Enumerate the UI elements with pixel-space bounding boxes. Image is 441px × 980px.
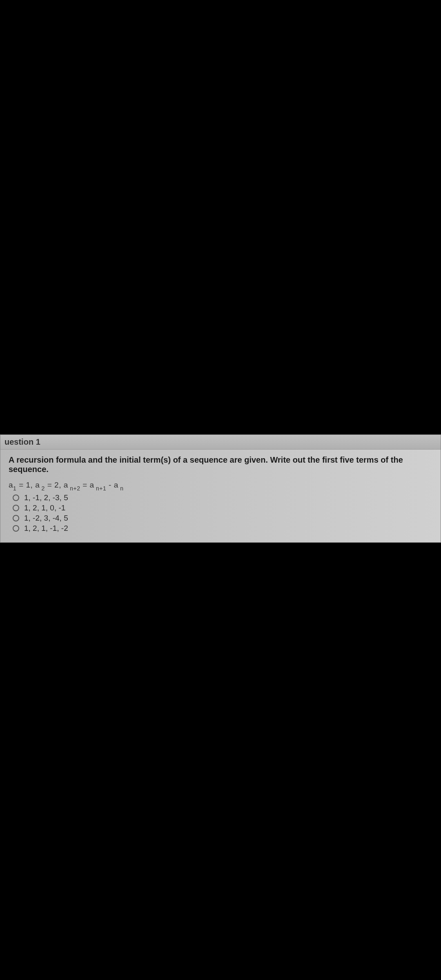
- option-4[interactable]: 1, 2, 1, -1, -2: [13, 524, 432, 533]
- option-2[interactable]: 1, 2, 1, 0, -1: [13, 503, 432, 512]
- question-number: uestion 1: [4, 437, 40, 446]
- question-panel: uestion 1 A recursion formula and the in…: [0, 434, 441, 543]
- option-3[interactable]: 1, -2, 3, -4, 5: [13, 514, 432, 523]
- radio-icon[interactable]: [13, 505, 19, 511]
- recursion-formula: a1 = 1, a 2 = 2, a n+2 = a n+1 - a n: [9, 481, 432, 491]
- radio-icon[interactable]: [13, 515, 19, 521]
- question-prompt: A recursion formula and the initial term…: [9, 455, 432, 474]
- radio-icon[interactable]: [13, 494, 19, 501]
- option-label: 1, 2, 1, 0, -1: [24, 503, 65, 512]
- question-body: A recursion formula and the initial term…: [0, 450, 441, 542]
- option-label: 1, -1, 2, -3, 5: [24, 493, 68, 502]
- options-list: 1, -1, 2, -3, 5 1, 2, 1, 0, -1 1, -2, 3,…: [9, 493, 432, 533]
- option-label: 1, -2, 3, -4, 5: [24, 514, 68, 523]
- question-header: uestion 1: [0, 435, 441, 450]
- radio-icon[interactable]: [13, 525, 19, 532]
- option-label: 1, 2, 1, -1, -2: [24, 524, 68, 533]
- option-1[interactable]: 1, -1, 2, -3, 5: [13, 493, 432, 502]
